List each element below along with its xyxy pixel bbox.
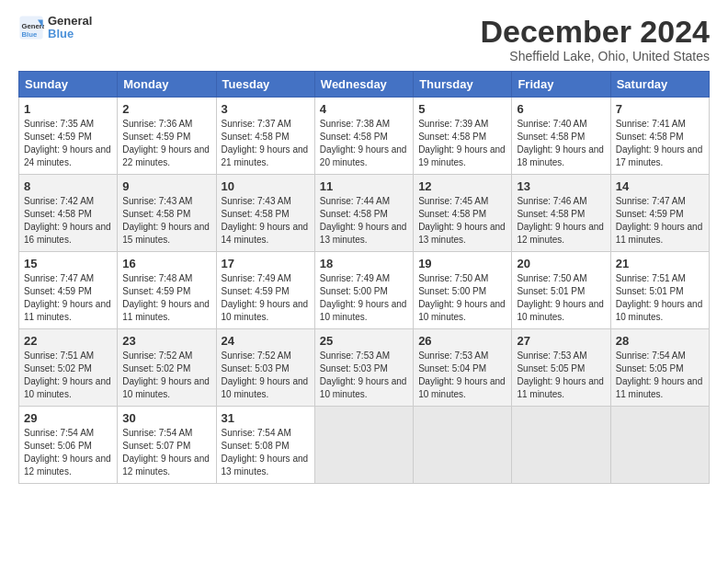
cell-info: Sunrise: 7:50 AMSunset: 5:00 PMDaylight:… — [418, 273, 506, 322]
day-number: 18 — [320, 257, 408, 270]
header-friday: Friday — [512, 72, 610, 98]
cell-info: Sunrise: 7:54 AMSunset: 5:07 PMDaylight:… — [122, 428, 210, 477]
svg-text:Blue: Blue — [22, 30, 38, 39]
day-number: 26 — [418, 334, 506, 348]
cell-0-3: 4 Sunrise: 7:38 AMSunset: 4:58 PMDayligh… — [314, 98, 413, 175]
cell-3-1: 23 Sunrise: 7:52 AMSunset: 5:02 PMDaylig… — [118, 329, 216, 407]
day-number: 13 — [517, 179, 605, 193]
cell-4-2: 31 Sunrise: 7:54 AMSunset: 5:08 PMDaylig… — [216, 407, 314, 484]
cell-3-3: 25 Sunrise: 7:53 AMSunset: 5:03 PMDaylig… — [314, 329, 413, 407]
cell-3-5: 27 Sunrise: 7:53 AMSunset: 5:05 PMDaylig… — [512, 329, 610, 407]
cell-info: Sunrise: 7:54 AMSunset: 5:06 PMDaylight:… — [24, 428, 111, 477]
cell-0-2: 3 Sunrise: 7:37 AMSunset: 4:58 PMDayligh… — [216, 98, 314, 175]
cell-2-0: 15 Sunrise: 7:47 AMSunset: 4:59 PMDaylig… — [19, 252, 118, 329]
day-number: 23 — [122, 334, 210, 348]
cell-info: Sunrise: 7:47 AMSunset: 4:59 PMDaylight:… — [616, 196, 703, 245]
cell-1-2: 10 Sunrise: 7:43 AMSunset: 4:58 PMDaylig… — [216, 175, 314, 252]
cell-3-6: 28 Sunrise: 7:54 AMSunset: 5:05 PMDaylig… — [610, 329, 709, 407]
day-number: 10 — [222, 179, 310, 193]
week-row-0: 1 Sunrise: 7:35 AMSunset: 4:59 PMDayligh… — [19, 98, 710, 175]
day-number: 24 — [222, 334, 310, 348]
cell-4-6 — [610, 407, 709, 484]
day-number: 4 — [320, 102, 408, 116]
day-number: 15 — [24, 257, 112, 270]
cell-info: Sunrise: 7:51 AMSunset: 5:02 PMDaylight:… — [24, 350, 111, 399]
cell-1-3: 11 Sunrise: 7:44 AMSunset: 4:58 PMDaylig… — [314, 175, 413, 252]
header-row: Sunday Monday Tuesday Wednesday Thursday… — [19, 72, 710, 98]
cell-info: Sunrise: 7:51 AMSunset: 5:01 PMDaylight:… — [616, 273, 703, 322]
cell-info: Sunrise: 7:52 AMSunset: 5:03 PMDaylight:… — [222, 350, 309, 399]
day-number: 8 — [24, 179, 112, 193]
cell-4-0: 29 Sunrise: 7:54 AMSunset: 5:06 PMDaylig… — [19, 407, 118, 484]
cell-2-1: 16 Sunrise: 7:48 AMSunset: 4:59 PMDaylig… — [118, 252, 216, 329]
cell-4-1: 30 Sunrise: 7:54 AMSunset: 5:07 PMDaylig… — [118, 407, 216, 484]
cell-info: Sunrise: 7:47 AMSunset: 4:59 PMDaylight:… — [24, 273, 111, 322]
cell-0-5: 6 Sunrise: 7:40 AMSunset: 4:58 PMDayligh… — [512, 98, 610, 175]
cell-3-2: 24 Sunrise: 7:52 AMSunset: 5:03 PMDaylig… — [216, 329, 314, 407]
cell-info: Sunrise: 7:49 AMSunset: 4:59 PMDaylight:… — [222, 273, 309, 322]
cell-info: Sunrise: 7:52 AMSunset: 5:02 PMDaylight:… — [122, 350, 210, 399]
cell-info: Sunrise: 7:40 AMSunset: 4:58 PMDaylight:… — [517, 119, 604, 167]
cell-1-1: 9 Sunrise: 7:43 AMSunset: 4:58 PMDayligh… — [118, 175, 216, 252]
cell-2-3: 18 Sunrise: 7:49 AMSunset: 5:00 PMDaylig… — [314, 252, 413, 329]
day-number: 20 — [517, 257, 605, 270]
cell-0-0: 1 Sunrise: 7:35 AMSunset: 4:59 PMDayligh… — [19, 98, 118, 175]
cell-info: Sunrise: 7:54 AMSunset: 5:05 PMDaylight:… — [616, 350, 703, 399]
cell-0-1: 2 Sunrise: 7:36 AMSunset: 4:59 PMDayligh… — [118, 98, 216, 175]
page-container: General Blue General Blue December 2024 … — [0, 0, 728, 493]
cell-1-6: 14 Sunrise: 7:47 AMSunset: 4:59 PMDaylig… — [610, 175, 709, 252]
cell-info: Sunrise: 7:43 AMSunset: 4:58 PMDaylight:… — [122, 196, 210, 245]
day-number: 1 — [24, 102, 112, 116]
cell-info: Sunrise: 7:42 AMSunset: 4:58 PMDaylight:… — [24, 196, 111, 245]
cell-3-0: 22 Sunrise: 7:51 AMSunset: 5:02 PMDaylig… — [19, 329, 118, 407]
cell-4-5 — [512, 407, 610, 484]
week-row-4: 29 Sunrise: 7:54 AMSunset: 5:06 PMDaylig… — [19, 407, 710, 484]
day-number: 31 — [222, 411, 310, 425]
day-number: 2 — [122, 102, 210, 116]
cell-info: Sunrise: 7:41 AMSunset: 4:58 PMDaylight:… — [616, 119, 703, 167]
cell-info: Sunrise: 7:53 AMSunset: 5:04 PMDaylight:… — [418, 350, 506, 399]
day-number: 27 — [517, 334, 605, 348]
logo-line1: General — [48, 15, 92, 28]
header-wednesday: Wednesday — [314, 72, 413, 98]
logo: General Blue General Blue — [18, 15, 92, 41]
cell-1-4: 12 Sunrise: 7:45 AMSunset: 4:58 PMDaylig… — [414, 175, 512, 252]
logo-icon: General Blue — [18, 15, 44, 40]
logo-line2: Blue — [48, 28, 92, 40]
cell-info: Sunrise: 7:49 AMSunset: 5:00 PMDaylight:… — [320, 273, 407, 322]
cell-2-6: 21 Sunrise: 7:51 AMSunset: 5:01 PMDaylig… — [610, 252, 709, 329]
cell-0-4: 5 Sunrise: 7:39 AMSunset: 4:58 PMDayligh… — [414, 98, 512, 175]
header-monday: Monday — [118, 72, 216, 98]
day-number: 5 — [418, 102, 506, 116]
day-number: 12 — [418, 179, 506, 193]
cell-3-4: 26 Sunrise: 7:53 AMSunset: 5:04 PMDaylig… — [414, 329, 512, 407]
day-number: 14 — [616, 179, 704, 193]
cell-info: Sunrise: 7:48 AMSunset: 4:59 PMDaylight:… — [122, 273, 210, 322]
day-number: 16 — [122, 257, 210, 270]
day-number: 3 — [222, 102, 310, 116]
week-row-3: 22 Sunrise: 7:51 AMSunset: 5:02 PMDaylig… — [19, 329, 710, 407]
cell-1-5: 13 Sunrise: 7:46 AMSunset: 4:58 PMDaylig… — [512, 175, 610, 252]
header-saturday: Saturday — [610, 72, 709, 98]
cell-4-3 — [314, 407, 413, 484]
header-thursday: Thursday — [414, 72, 512, 98]
title-area: December 2024 Sheffield Lake, Ohio, Unit… — [480, 15, 710, 63]
week-row-2: 15 Sunrise: 7:47 AMSunset: 4:59 PMDaylig… — [19, 252, 710, 329]
location: Sheffield Lake, Ohio, United States — [480, 49, 710, 63]
cell-2-5: 20 Sunrise: 7:50 AMSunset: 5:01 PMDaylig… — [512, 252, 610, 329]
cell-0-6: 7 Sunrise: 7:41 AMSunset: 4:58 PMDayligh… — [610, 98, 709, 175]
cell-info: Sunrise: 7:50 AMSunset: 5:01 PMDaylight:… — [517, 273, 604, 322]
day-number: 6 — [517, 102, 605, 116]
cell-info: Sunrise: 7:38 AMSunset: 4:58 PMDaylight:… — [320, 119, 407, 167]
day-number: 21 — [616, 257, 704, 270]
day-number: 17 — [222, 257, 310, 270]
week-row-1: 8 Sunrise: 7:42 AMSunset: 4:58 PMDayligh… — [19, 175, 710, 252]
day-number: 28 — [616, 334, 704, 348]
cell-info: Sunrise: 7:36 AMSunset: 4:59 PMDaylight:… — [122, 119, 210, 167]
cell-1-0: 8 Sunrise: 7:42 AMSunset: 4:58 PMDayligh… — [19, 175, 118, 252]
day-number: 7 — [616, 102, 704, 116]
cell-info: Sunrise: 7:43 AMSunset: 4:58 PMDaylight:… — [222, 196, 309, 245]
calendar-table: Sunday Monday Tuesday Wednesday Thursday… — [18, 71, 710, 484]
header: General Blue General Blue December 2024 … — [18, 15, 710, 63]
header-sunday: Sunday — [19, 72, 118, 98]
